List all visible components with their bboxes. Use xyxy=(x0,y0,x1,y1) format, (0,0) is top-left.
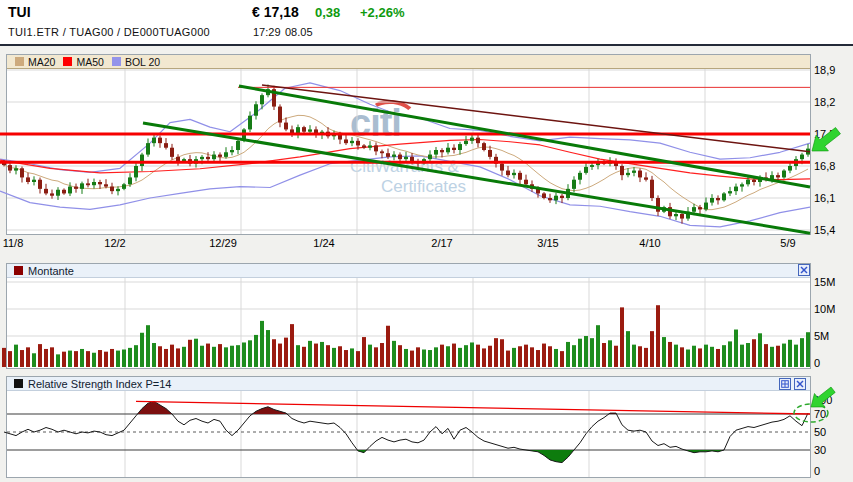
bol20-swatch-icon xyxy=(112,57,121,66)
ma50-label: MA50 xyxy=(76,56,103,68)
close-icon xyxy=(796,380,804,388)
ma20-swatch-icon xyxy=(15,57,24,66)
volume-panel[interactable] xyxy=(6,263,811,369)
rsi-swatch-icon xyxy=(14,379,23,388)
rsi-layout-button[interactable] xyxy=(779,378,791,390)
trading-chart-app: TUI TUI1.ETR / TUAG00 / DE000TUAG000 € 1… xyxy=(0,0,853,482)
rsi-panel-title: Relative Strength Index P=14 xyxy=(28,378,171,390)
price-legend-bar: MA20 MA50 BOL 20 xyxy=(7,55,810,69)
quote-date: 08.05 xyxy=(285,26,313,38)
close-icon xyxy=(800,266,808,274)
price-change-percent: +2,26% xyxy=(360,5,404,20)
legend-item-ma20[interactable]: MA20 xyxy=(15,56,55,68)
bol20-label: BOL 20 xyxy=(125,56,160,68)
rsi-panel-header: Relative Strength Index P=14 xyxy=(7,377,810,391)
volume-swatch-icon xyxy=(14,266,23,275)
rsi-close-button[interactable] xyxy=(794,378,806,390)
grid-icon xyxy=(781,380,789,388)
volume-close-button[interactable] xyxy=(798,264,810,276)
rsi-panel[interactable] xyxy=(6,376,811,478)
ma50-swatch-icon xyxy=(63,57,72,66)
price-change: 0,38 xyxy=(315,5,340,20)
price-panel[interactable] xyxy=(6,54,811,235)
ma20-label: MA20 xyxy=(28,56,55,68)
symbol-title: TUI xyxy=(8,4,31,20)
volume-panel-title: Montante xyxy=(28,265,74,277)
volume-panel-header: Montante xyxy=(7,264,810,278)
quote-time: 17:29 xyxy=(253,26,281,38)
instrument-ids: TUI1.ETR / TUAG00 / DE000TUAG000 xyxy=(8,26,210,38)
last-price: € 17,18 xyxy=(252,4,299,20)
legend-item-ma50[interactable]: MA50 xyxy=(63,56,103,68)
legend-item-bol20[interactable]: BOL 20 xyxy=(112,56,160,68)
